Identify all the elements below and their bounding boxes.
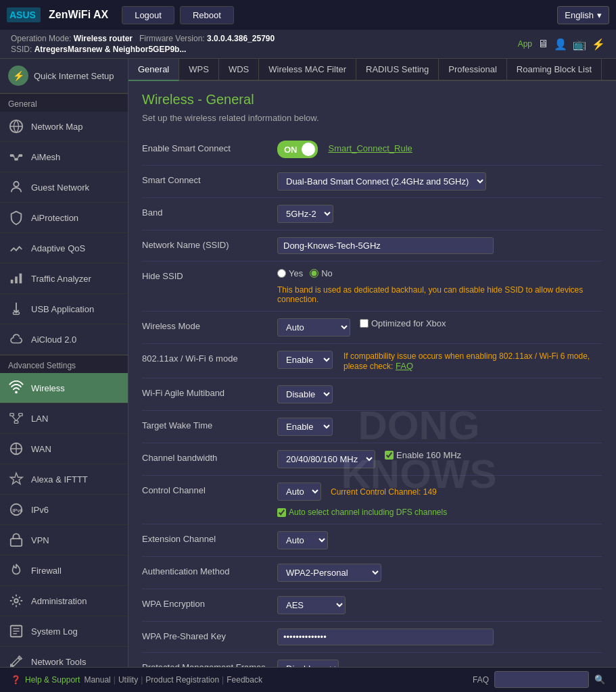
sidebar-item-vpn[interactable]: VPN [0, 525, 128, 555]
auto-dfs-checkbox[interactable] [277, 508, 286, 517]
tab-roaming-block-list[interactable]: Roaming Block List [507, 59, 602, 80]
logo-area: ASUS ZenWiFi AX [7, 7, 108, 22]
sidebar-item-wan[interactable]: WAN [0, 434, 128, 464]
product-registration-link[interactable]: Product Registration [145, 675, 219, 685]
auto-dfs-text: Auto select channel including DFS channe… [289, 508, 447, 517]
logout-button[interactable]: Logout [122, 6, 174, 24]
wifi6-mode-label: 802.11ax / Wi-Fi 6 mode [142, 351, 277, 364]
band-select[interactable]: 2.4GHz 5GHz-1 5GHz-2 [277, 205, 333, 223]
logo-model-text: ZenWiFi AX [49, 9, 108, 21]
app-icon[interactable]: App [518, 39, 532, 49]
tv-icon[interactable]: 📺 [573, 38, 586, 51]
channel-bandwidth-label: Channel bandwidth [142, 450, 277, 463]
hide-ssid-no-label[interactable]: No [310, 268, 333, 278]
header-buttons: Logout Reboot [122, 6, 234, 24]
tab-wireless-mac-filter[interactable]: Wireless MAC Filter [259, 59, 356, 80]
utility-link[interactable]: Utility [118, 675, 138, 685]
sidebar-item-aiprotection[interactable]: AiProtection [0, 203, 128, 233]
protected-management-frames-select[interactable]: Disable Capable Required [277, 660, 339, 667]
footer-right: FAQ 🔍 [473, 671, 605, 688]
tab-professional[interactable]: Professional [439, 59, 507, 80]
ssid-input[interactable] [277, 237, 494, 254]
hide-ssid-yes-radio[interactable] [277, 269, 286, 278]
wpa-encryption-select[interactable]: AES TKIP TKIP+AES [277, 596, 346, 614]
hide-ssid-row: Hide SSID Yes No This band is used as de… [142, 262, 602, 312]
language-label: English [565, 10, 594, 20]
sidebar-item-system-log[interactable]: System Log [0, 616, 128, 647]
faq-search-input[interactable] [494, 671, 589, 688]
sidebar-item-label: AiMesh [31, 152, 60, 162]
authentication-method-select[interactable]: Open System Shared Key WPA-Personal WPA2… [277, 564, 381, 582]
toggle-on-label: ON [280, 145, 302, 155]
smart-connect-select[interactable]: Dual-Band Smart Connect (2.4GHz and 5GHz… [277, 172, 486, 191]
sidebar-item-network-tools[interactable]: Network Tools [0, 647, 128, 667]
user-icon[interactable]: 👤 [554, 38, 567, 51]
faq-search-icon[interactable]: 🔍 [594, 674, 605, 685]
page-title: Wireless - General [142, 92, 602, 107]
header-right: English ▾ [557, 6, 609, 24]
extension-channel-row: Extension Channel Auto Above Below [142, 524, 602, 557]
control-channel-select[interactable]: Auto 36404448 52149153157161 [277, 483, 321, 501]
sidebar-item-ipv6[interactable]: IPv6 IPv6 [0, 495, 128, 525]
optimized-xbox-checkbox[interactable] [360, 319, 369, 328]
wpa-pre-shared-key-input[interactable] [277, 628, 494, 645]
wireless-mode-row: Wireless Mode Auto N only AC/N mixed AX … [142, 312, 602, 344]
sidebar: ⚡ Quick Internet Setup General Network M… [0, 59, 128, 667]
sidebar-item-network-map[interactable]: Network Map [0, 112, 128, 142]
wifi-agile-multiband-control: Enable Disable [277, 385, 602, 403]
feedback-link[interactable]: Feedback [227, 675, 262, 685]
ssid-label: Network Name (SSID) [142, 237, 277, 250]
wifi6-faq-link[interactable]: FAQ [396, 361, 413, 371]
tab-radius-setting[interactable]: RADIUS Setting [356, 59, 439, 80]
reboot-button[interactable]: Reboot [180, 6, 234, 24]
traffic-analyzer-icon [8, 270, 24, 287]
enable-smart-connect-label: Enable Smart Connect [142, 141, 277, 153]
tab-wps[interactable]: WPS [179, 59, 219, 80]
extension-channel-label: Extension Channel [142, 531, 277, 544]
sidebar-item-label: AiCloud 2.0 [31, 335, 76, 345]
sidebar-item-label: Firewall [31, 566, 62, 576]
smart-connect-toggle[interactable]: ON [277, 141, 318, 158]
sidebar-item-aimesh[interactable]: AiMesh [0, 142, 128, 172]
channel-bandwidth-select[interactable]: 20 MHz 20/40 MHz 20/40/80 MHz 20/40/80/1… [277, 450, 375, 468]
tab-general[interactable]: General [128, 59, 179, 81]
enable-160-checkbox[interactable] [385, 451, 394, 460]
sidebar-item-administration[interactable]: Administration [0, 586, 128, 616]
sidebar-item-wireless[interactable]: Wireless [0, 373, 128, 403]
enable-160-label[interactable]: Enable 160 MHz [385, 450, 461, 460]
optimized-xbox-label[interactable]: Optimized for Xbox [360, 318, 446, 328]
tab-wds[interactable]: WDS [219, 59, 259, 80]
sidebar-item-adaptive-qos[interactable]: Adaptive QoS [0, 233, 128, 264]
wifi6-mode-control: Enable Disable If compatibility issue oc… [277, 351, 602, 371]
sidebar-item-usb-application[interactable]: USB Application [0, 294, 128, 324]
manual-link[interactable]: Manual [84, 675, 110, 685]
sidebar-item-firewall[interactable]: Firewall [0, 555, 128, 586]
sidebar-item-lan[interactable]: LAN [0, 403, 128, 434]
lan-icon [8, 410, 24, 426]
optimized-xbox-text: Optimized for Xbox [371, 318, 446, 328]
hide-ssid-yes-label[interactable]: Yes [277, 268, 303, 278]
wireless-mode-select[interactable]: Auto N only AC/N mixed AX only [277, 318, 350, 337]
wifi6-mode-select[interactable]: Enable Disable [277, 351, 333, 369]
sidebar-item-aicloud[interactable]: AiCloud 2.0 [0, 324, 128, 355]
sidebar-item-guest-network[interactable]: Guest Network [0, 172, 128, 203]
sidebar-item-label: Network Tools [31, 657, 86, 667]
sidebar-item-traffic-analyzer[interactable]: Traffic Analyzer [0, 264, 128, 294]
sidebar-item-quick-internet-setup[interactable]: ⚡ Quick Internet Setup [0, 59, 128, 93]
monitor-icon[interactable]: 🖥 [538, 38, 548, 50]
footer-links: Manual | Utility | Product Registration … [84, 675, 262, 685]
target-wake-time-select[interactable]: Enable Disable [277, 418, 333, 436]
sidebar-item-label: Guest Network [31, 182, 89, 193]
hide-ssid-no-radio[interactable] [310, 269, 318, 278]
wifi-agile-multiband-select[interactable]: Enable Disable [277, 385, 333, 403]
sidebar-item-label: Wireless [31, 383, 65, 393]
usb-icon[interactable]: ⚡ [592, 38, 605, 51]
wifi6-mode-row: 802.11ax / Wi-Fi 6 mode Enable Disable I… [142, 344, 602, 378]
sidebar-item-alexa-ifttt[interactable]: Alexa & IFTTT [0, 464, 128, 495]
language-selector[interactable]: English ▾ [557, 6, 609, 24]
smart-connect-rule-link[interactable]: Smart_Connect_Rule [329, 143, 412, 153]
extension-channel-select[interactable]: Auto Above Below [277, 531, 328, 549]
auto-dfs-row: Auto select channel including DFS channe… [277, 508, 602, 517]
sidebar-item-label: WAN [31, 444, 51, 454]
main-content: General WPS WDS Wireless MAC Filter RADI… [128, 59, 616, 667]
